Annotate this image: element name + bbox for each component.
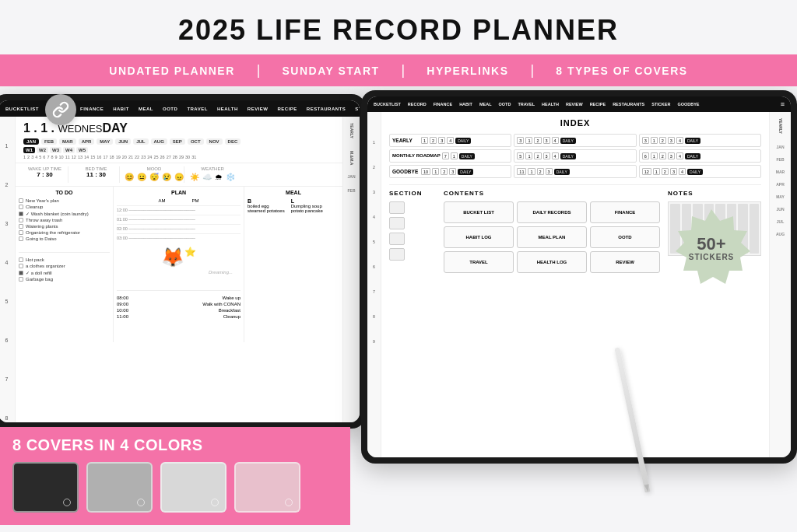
rnav-travel[interactable]: TRAVEL [516, 100, 536, 108]
month-jun[interactable]: JUN [115, 138, 131, 145]
nav-recipe[interactable]: RECIPE [276, 105, 300, 113]
rnav-goodbye[interactable]: GOODBYE [676, 100, 700, 108]
section-col: SECTION [389, 190, 436, 273]
rnav-habit[interactable]: HABIT [458, 100, 474, 108]
todo-check-7[interactable] [19, 236, 23, 241]
rnav-recipe[interactable]: RECIPE [588, 100, 607, 108]
plan-header: PLAN [117, 190, 241, 195]
main-title: 2025 LIFE RECORD PLANNER [0, 14, 797, 47]
idx-q4: 3 [668, 152, 675, 159]
right-row-8: 8 [367, 311, 381, 336]
rnav-sticker[interactable]: STICKER [650, 100, 672, 108]
timeslot-12am: 12:00 ────────────────────── [117, 205, 241, 212]
todo-text-5: Watering plants [26, 224, 58, 229]
todo-check-2[interactable] [19, 205, 23, 209]
mma-label: M.&M.A [349, 151, 354, 165]
month-tabs: JAN FEB MAR APR MAY JUN JUL AUG SEP OCT … [23, 138, 335, 145]
todo-check-1[interactable] [19, 198, 23, 203]
todo-check-4[interactable] [19, 218, 23, 222]
rnav-record[interactable]: RECORD [406, 100, 428, 108]
plan-row-11: 11:00 Cleanup [117, 314, 241, 319]
meal-l-item-2: potato pancake [291, 208, 323, 213]
week-5[interactable]: W5 [76, 147, 88, 153]
meal-b-label: B [248, 198, 285, 204]
plan-text-9: Walk with CONAN [202, 302, 241, 306]
nav-ootd[interactable]: OOTD [160, 105, 180, 113]
later-check-4[interactable] [19, 277, 23, 282]
todo-check-5[interactable] [19, 224, 23, 229]
tablet-left-screen: BUCKETLIST RECORD FINANCE HABIT MEAL OOT… [0, 100, 360, 422]
weather-block: WEATHER ☀️ ☁️ 🌧 ❄️ [189, 166, 236, 183]
yearly-strip-label: YEARLY [349, 123, 354, 138]
planner-info-row: WAKE UP TIME 7 : 30 BED TIME 11 : 30 MOO… [16, 163, 342, 187]
idx-daily-5: DAILY [560, 153, 576, 159]
nav-travel[interactable]: TRAVEL [184, 105, 210, 113]
nav-finance[interactable]: FINANCE [78, 105, 106, 113]
month-oct[interactable]: OCT [188, 138, 204, 145]
week-3[interactable]: W3 [50, 147, 61, 153]
rnav-review[interactable]: REVIEW [564, 100, 585, 108]
month-aug[interactable]: AUG [151, 138, 167, 145]
month-feb[interactable]: FEB [41, 138, 57, 145]
month-may[interactable]: MAY [97, 138, 113, 145]
todo-text-4: Throw away trash [26, 218, 62, 222]
section-item-4 [389, 248, 405, 261]
month-dec[interactable]: DEC [225, 138, 241, 145]
nav-restaurants[interactable]: RESTAURANTS [304, 105, 348, 113]
rnav-finance[interactable]: FINANCE [432, 100, 454, 108]
idx-s1: 3 [517, 137, 524, 144]
banner-item-3: HYPERLINKS [405, 65, 530, 77]
idx-t1: 3 [642, 137, 649, 144]
week-4[interactable]: W4 [63, 147, 75, 153]
right-row-6: 6 [367, 261, 381, 286]
rnav-meal[interactable]: MEAL [478, 100, 493, 108]
later-check-2[interactable] [19, 264, 23, 268]
rnav-restaurants[interactable]: RESTAURANTS [611, 100, 646, 108]
todo-check-6[interactable] [19, 230, 23, 235]
month-mar[interactable]: MAR [59, 138, 76, 145]
later-check-1[interactable] [19, 257, 23, 262]
month-apr[interactable]: APR [79, 138, 95, 145]
nav-habit[interactable]: HABIT [111, 105, 132, 113]
later-text-2: a clothes organizer [26, 264, 65, 268]
idx-m2: 1 [451, 152, 458, 159]
week-1[interactable]: W1 [23, 147, 35, 153]
nav-sticker[interactable]: STICKER [353, 105, 360, 113]
later-check-3[interactable] [19, 271, 23, 275]
nav-review[interactable]: REVIEW [245, 105, 271, 113]
idx-g2: 1 [432, 168, 439, 175]
idx-i3: 2 [662, 168, 669, 175]
side-feb: FEB [348, 188, 356, 193]
date-line: 1 . 1 . WEDNESDAY [23, 121, 335, 135]
content-area: BUCKETLIST RECORD FINANCE HABIT MEAL OOT… [0, 86, 797, 525]
right-yearly-strip: YEARLY JAN FEB MAR APR MAY JUN JUL AUG [769, 112, 791, 457]
bed-val: 11 : 30 [86, 171, 106, 178]
mood-label: MOOD [147, 166, 162, 171]
month-nov[interactable]: NOV [206, 138, 223, 145]
nav-meal[interactable]: MEAL [136, 105, 156, 113]
rnav-menu-icon: ≡ [779, 99, 786, 110]
todo-item-2: Cleanup [19, 205, 110, 209]
nav-bucketlist[interactable]: BUCKETLIST [3, 105, 41, 113]
month-jan[interactable]: JAN [23, 138, 39, 145]
idx-daily-2: DAILY [560, 138, 576, 144]
planner-main: 1 . 1 . WEDNESDAY JAN FEB MAR APR MAY JU… [16, 117, 342, 422]
stickers-badge: 50+ STICKERS [672, 209, 750, 287]
row-numbers: 1 2 3 4 5 6 7 8 9 10 [0, 117, 16, 422]
index-title: INDEX [389, 118, 761, 128]
month-sep[interactable]: SEP [170, 138, 185, 145]
plan-time-9: 09:00 [117, 302, 128, 306]
todo-text-7: Going to Daiso [26, 236, 57, 241]
rside-jun: JUN [776, 207, 784, 212]
todo-check-3[interactable] [19, 212, 23, 216]
rnav-bucketlist[interactable]: BUCKETLIST [372, 100, 402, 108]
plan-time-10: 10:00 [117, 308, 128, 313]
rnav-ootd[interactable]: OOTD [497, 100, 513, 108]
rnav-health[interactable]: HEALTH [540, 100, 560, 108]
dreaming-text: Dreaming... [209, 270, 233, 275]
rside-may: MAY [776, 194, 785, 199]
month-jul[interactable]: JUL [133, 138, 148, 145]
plan-time-8: 08:00 [117, 296, 128, 300]
nav-health[interactable]: HEALTH [215, 105, 241, 113]
week-2[interactable]: W2 [37, 147, 48, 153]
